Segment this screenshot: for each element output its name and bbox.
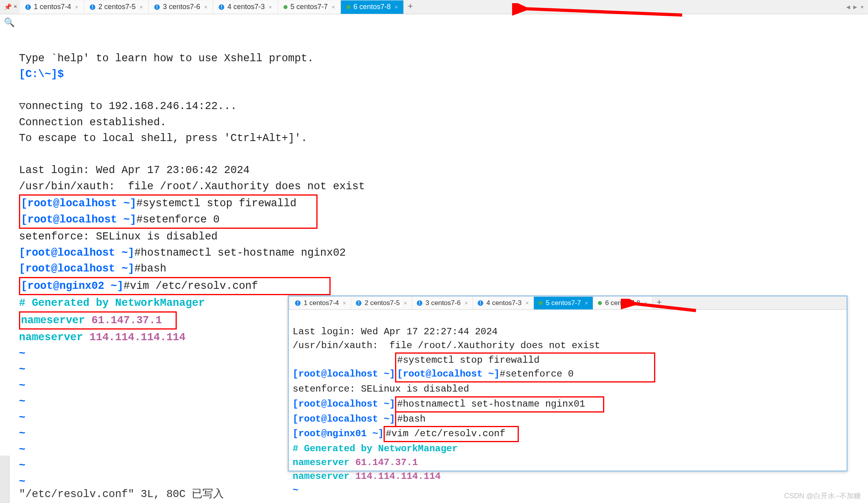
root-prompt: [root@localhost ~] bbox=[21, 214, 136, 226]
last-login-text: Last login: Wed Apr 17 22:27:44 2024 bbox=[293, 326, 497, 337]
tab-label: 6 centos7-8 bbox=[354, 3, 391, 11]
highlight-box-firewall: #systemctl stop firewalld [root@localhos… bbox=[395, 352, 655, 382]
tab-label: 3 centos7-6 bbox=[425, 299, 461, 307]
vim-tilde: ~ bbox=[19, 460, 25, 471]
root-prompt: [root@localhost ~] bbox=[293, 414, 395, 424]
tab-label: 2 centos7-5 bbox=[365, 299, 400, 307]
pin-area: 📌 × bbox=[2, 3, 20, 11]
ns-label: nameserver bbox=[293, 457, 355, 468]
root-prompt: [root@localhost ~] bbox=[21, 198, 136, 209]
cmd-bash: #bash bbox=[397, 414, 425, 424]
vim-tilde: ~ bbox=[19, 444, 25, 456]
cmd-hostname: #hostnamectl set-hostname nginx01 bbox=[397, 399, 585, 409]
root-prompt: [root@localhost ~] bbox=[397, 369, 499, 379]
connecting-text: ▽onnecting to 192.168.246.14:22... bbox=[19, 100, 237, 112]
close-icon[interactable]: × bbox=[526, 300, 529, 306]
last-login-text: Last login: Wed Apr 17 23:06:42 2024 bbox=[19, 164, 250, 176]
tab-centos7-4[interactable]: ! 1 centos7-4 × bbox=[290, 297, 351, 309]
highlight-box-bash: #bash bbox=[395, 413, 426, 426]
highlight-box-hostname: #hostnamectl set-hostname nginx01 bbox=[395, 396, 604, 413]
nginx02-prompt: [root@nginx02 ~] bbox=[21, 280, 123, 292]
highlight-box-vim: [root@nginx02 ~]#vim /etc/resolv.conf bbox=[19, 277, 331, 296]
pin-icon[interactable]: 📌 bbox=[4, 3, 12, 11]
setenforce-output: setenforce: SELinux is disabled bbox=[293, 384, 469, 394]
cmd-firewall: #systemctl stop firewalld bbox=[397, 355, 539, 365]
close-icon[interactable]: × bbox=[204, 4, 207, 10]
tab-centos7-6[interactable]: ! 3 centos7-6 × bbox=[412, 297, 473, 309]
add-tab-button[interactable]: + bbox=[652, 298, 666, 308]
nav-right-icon[interactable]: ▶ bbox=[853, 3, 857, 11]
vim-tilde: ~ bbox=[19, 348, 25, 360]
tab-label: 2 centos7-5 bbox=[98, 3, 136, 11]
close-icon[interactable]: × bbox=[395, 4, 398, 10]
xauth-text: /usr/bin/xauth: file /root/.Xauthority d… bbox=[19, 181, 365, 192]
highlight-box-firewall: [root@localhost ~]#systemctl stop firewa… bbox=[19, 194, 318, 229]
tab-centos7-3[interactable]: ! 4 centos7-3 × bbox=[213, 0, 278, 14]
root-prompt: [root@localhost ~] bbox=[293, 399, 395, 409]
main-tab-bar: 📌 × ! 1 centos7-4 × ! 2 centos7-5 × ! 3 … bbox=[0, 0, 868, 14]
close-icon[interactable]: × bbox=[465, 300, 468, 306]
vim-tilde: ~ bbox=[19, 380, 25, 392]
tab-label: 5 centos7-7 bbox=[291, 3, 328, 11]
cmd-bash: #bash bbox=[134, 263, 166, 275]
close-icon[interactable]: × bbox=[75, 4, 78, 10]
tab-centos7-7[interactable]: 5 centos7-7 × bbox=[278, 0, 341, 14]
tab-label: 4 centos7-3 bbox=[227, 3, 265, 11]
sidebar-handle[interactable] bbox=[0, 456, 9, 503]
root-prompt: [root@localhost ~] bbox=[19, 263, 134, 275]
tab-centos7-6[interactable]: ! 3 centos7-6 × bbox=[149, 0, 213, 14]
vim-status-line: "/etc/resolv.conf" 3L, 80C 已写入 bbox=[19, 486, 224, 501]
watermark: CSDN @白开水--不加糖 bbox=[784, 491, 861, 501]
root-prompt: [root@localhost ~] bbox=[19, 247, 134, 259]
cmd-firewall: #systemctl stop firewalld bbox=[136, 198, 297, 209]
tab-label: 6 centos7-8 bbox=[605, 299, 640, 307]
close-icon[interactable]: × bbox=[332, 4, 335, 10]
tab-centos7-7[interactable]: 5 centos7-7 × bbox=[534, 297, 593, 309]
ns-label: nameserver bbox=[21, 315, 91, 326]
close-icon[interactable]: × bbox=[404, 300, 407, 306]
search-row: 🔍 bbox=[0, 14, 868, 31]
root-prompt: [root@localhost ~] bbox=[293, 369, 395, 379]
vim-tilde: ~ bbox=[19, 428, 25, 439]
info-icon: ! bbox=[295, 300, 301, 306]
add-tab-button[interactable]: + bbox=[404, 2, 417, 12]
vim-comment: # Generated by NetworkManager bbox=[19, 297, 205, 309]
ns2-value: 114.114.114.114 bbox=[355, 471, 441, 482]
close-icon[interactable]: × bbox=[343, 300, 346, 306]
tab-centos7-8[interactable]: 6 centos7-8 × bbox=[593, 297, 652, 309]
tab-centos7-4[interactable]: ! 1 centos7-4 × bbox=[20, 0, 84, 14]
info-icon: ! bbox=[356, 300, 361, 306]
cmd-setenforce: #setenforce 0 bbox=[500, 369, 574, 379]
tab-label: 1 centos7-4 bbox=[304, 299, 339, 307]
overlay-terminal[interactable]: Last login: Wed Apr 17 22:27:44 2024 /us… bbox=[289, 310, 847, 499]
cmd-hostname: #hostnamectl set-hostname nginx02 bbox=[134, 247, 346, 259]
tab-label: 1 centos7-4 bbox=[34, 3, 71, 11]
connected-icon bbox=[539, 301, 543, 305]
close-icon[interactable]: × bbox=[585, 300, 588, 306]
ns-label: nameserver bbox=[293, 471, 355, 482]
tab-centos7-5[interactable]: ! 2 centos7-5 × bbox=[84, 0, 149, 14]
connected-icon bbox=[284, 5, 287, 9]
ns2-value: 114.114.114.114 bbox=[89, 332, 185, 343]
cmd-setenforce: #setenforce 0 bbox=[136, 214, 220, 226]
highlight-box-vim: #vim /etc/resolv.conf bbox=[384, 426, 518, 442]
nginx01-prompt: [root@nginx01 ~] bbox=[293, 428, 384, 439]
info-icon: ! bbox=[154, 4, 160, 10]
cmd-vim: #vim /etc/resolv.conf bbox=[386, 428, 505, 439]
info-icon: ! bbox=[90, 4, 95, 10]
nav-dropdown-icon[interactable]: ▾ bbox=[860, 3, 864, 11]
tab-label: 5 centos7-7 bbox=[546, 299, 581, 307]
search-icon[interactable]: 🔍 bbox=[4, 17, 15, 28]
ns1-value: 61.147.37.1 bbox=[355, 457, 418, 468]
close-icon[interactable]: × bbox=[140, 4, 143, 10]
tab-centos7-8[interactable]: 6 centos7-8 × bbox=[341, 0, 404, 14]
tab-centos7-3[interactable]: ! 4 centos7-3 × bbox=[473, 297, 534, 309]
close-icon[interactable]: × bbox=[269, 4, 272, 10]
setenforce-output: setenforce: SELinux is disabled bbox=[19, 231, 217, 243]
tab-centos7-5[interactable]: ! 2 centos7-5 × bbox=[351, 297, 412, 309]
close-pin-icon[interactable]: × bbox=[13, 4, 17, 11]
info-icon: ! bbox=[417, 300, 422, 306]
close-icon[interactable]: × bbox=[644, 300, 647, 306]
nav-left-icon[interactable]: ◀ bbox=[846, 3, 850, 11]
local-prompt: [C:\~]$ bbox=[19, 68, 64, 80]
